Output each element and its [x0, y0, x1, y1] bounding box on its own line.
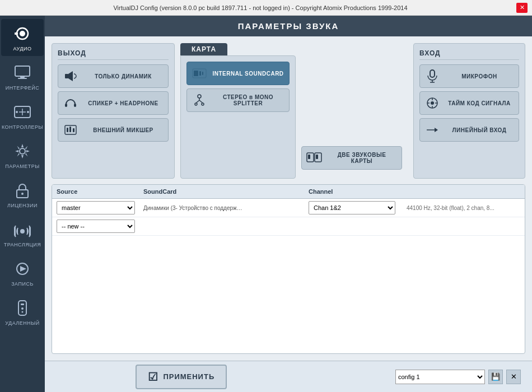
table-row-new: -- new --: [52, 217, 525, 236]
svg-rect-40: [316, 155, 318, 159]
apply-label: ПРИМЕНИТЬ: [163, 372, 214, 381]
gear-icon: [12, 141, 32, 161]
monitor-icon: [12, 63, 32, 83]
audio-table: Source SoundCard Channel master Динамики…: [52, 184, 525, 354]
lock-icon: [12, 180, 32, 200]
mode-microphone[interactable]: МИКРОФОН: [419, 64, 519, 88]
svg-line-33: [196, 100, 199, 103]
svg-point-9: [16, 111, 18, 113]
header-soundcard: SoundCard: [143, 188, 309, 195]
sidebar-item-remote[interactable]: Удаленный: [1, 293, 44, 330]
svg-rect-4: [20, 76, 25, 78]
apply-checkbox-icon: ☑: [148, 370, 158, 384]
channel-select-1[interactable]: Chan 1&2: [309, 201, 395, 214]
table-header: Source SoundCard Channel: [52, 185, 525, 199]
mode-speaker-only[interactable]: ТОЛЬКО ДИНАМИК: [58, 64, 169, 88]
title-bar-text: VirtualDJ Config (version 8.0.0 pc build…: [4, 4, 516, 11]
sidebar-item-license[interactable]: Лицензии: [1, 176, 44, 213]
sections-row: ВЫХОД ТОЛЬКО ДИНАМИК: [52, 43, 525, 179]
svg-point-35: [195, 103, 197, 105]
sidebar-label-audio: Аудио: [13, 46, 32, 52]
title-bar: VirtualDJ Config (version 8.0.0 pc build…: [0, 0, 532, 16]
sidebar-item-broadcast[interactable]: Трансляция: [1, 215, 44, 252]
source-select-1[interactable]: master: [57, 201, 135, 214]
table-row: master Динамики (3- Устройство с поддерж…: [52, 199, 525, 217]
sidebar-label-interface: Интерфейс: [6, 85, 40, 91]
delete-config-button[interactable]: ✕: [506, 370, 521, 384]
header-source: Source: [57, 188, 143, 195]
header-info: [407, 188, 520, 195]
svg-point-10: [27, 111, 29, 113]
svg-point-13: [21, 193, 24, 195]
mode-two-soundcards[interactable]: ДВЕ ЗВУКОВЫЕ КАРТЫ: [301, 146, 402, 170]
svg-line-34: [199, 100, 203, 103]
svg-rect-3: [15, 66, 30, 76]
output-section: ВЫХОД ТОЛЬКО ДИНАМИК: [52, 43, 175, 179]
svg-rect-22: [74, 104, 76, 107]
svg-point-19: [22, 311, 24, 313]
svg-point-1: [20, 31, 25, 36]
splitter-icon: [192, 92, 207, 108]
speaker-icon: [63, 68, 78, 84]
sidebar-item-interface[interactable]: Интерфейс: [1, 58, 44, 95]
svg-rect-41: [430, 70, 435, 77]
sidebar-label-license: Лицензии: [7, 203, 38, 208]
sidebar-item-controllers[interactable]: Контроллеры: [1, 97, 44, 134]
sidebar-label-broadcast: Трансляция: [4, 242, 41, 248]
svg-marker-51: [435, 128, 438, 132]
sidebar-label-controllers: Контроллеры: [2, 124, 43, 130]
sidebar-label-record: Запись: [11, 281, 34, 287]
svg-rect-30: [202, 72, 203, 75]
sidebar-label-settings: Параметры: [5, 164, 39, 169]
sidebar-label-remote: Удаленный: [5, 320, 39, 326]
cell-source-1: master: [57, 201, 143, 214]
broadcast-icon: [12, 220, 32, 240]
mode-line-in[interactable]: ЛИНЕЙНЫЙ ВХОД: [419, 118, 519, 142]
mode-external-mixer[interactable]: ВНЕШНИЙ МИКШЕР: [58, 118, 169, 142]
svg-point-45: [431, 101, 434, 105]
svg-rect-5: [18, 78, 27, 79]
svg-rect-28: [194, 71, 198, 76]
cell-channel-1: Chan 1&2: [309, 201, 407, 214]
sidebar-item-settings[interactable]: Параметры: [1, 137, 44, 174]
svg-point-18: [21, 307, 24, 310]
close-button[interactable]: ✕: [516, 3, 528, 13]
controllers-icon: [12, 102, 32, 122]
svg-point-11: [20, 148, 25, 154]
speaker-only-label: ТОЛЬКО ДИНАМИК: [83, 73, 164, 80]
microphone-label: МИКРОФОН: [445, 73, 514, 80]
input-title: ВХОД: [419, 49, 519, 60]
config-row: config 1 💾 ✕: [395, 370, 521, 384]
speaker-headphone-label: СПИКЕР + HEADPHONE: [83, 100, 164, 106]
svg-rect-21: [65, 104, 67, 107]
two-soundcards-wrapper: ДВЕ ЗВУКОВЫЕ КАРТЫ: [301, 43, 402, 179]
line-in-label: ЛИНЕЙНЫЙ ВХОД: [445, 127, 514, 133]
cell-info-1: 44100 Hz, 32-bit (float), 2 chan, 8...: [407, 205, 520, 211]
mode-speaker-headphone[interactable]: СПИКЕР + HEADPHONE: [58, 91, 169, 115]
headphone-icon: [63, 95, 78, 111]
card-tab[interactable]: КАРТА: [180, 43, 227, 55]
mode-stereo-mono[interactable]: СТЕРЕО в MONO SPLITTER: [186, 88, 290, 112]
page-header: ПАРАМЕТРЫ ЗВУКА: [45, 16, 532, 36]
two-soundcards-icon: [306, 150, 322, 166]
microphone-icon: [424, 68, 440, 84]
timecode-icon: [424, 95, 440, 111]
soundcard-icon: [192, 66, 207, 81]
mixer-icon: [63, 122, 78, 138]
svg-rect-29: [199, 71, 201, 76]
mode-timecode[interactable]: ТАЙМ КОД СИГНАЛА: [419, 91, 519, 115]
audio-icon: [12, 24, 32, 44]
sidebar-item-record[interactable]: Запись: [1, 254, 44, 291]
svg-rect-20: [65, 74, 68, 78]
output-title: ВЫХОД: [58, 49, 169, 60]
apply-button[interactable]: ☑ ПРИМЕНИТЬ: [136, 365, 227, 389]
svg-rect-17: [21, 304, 24, 305]
header-channel: Channel: [309, 188, 407, 195]
source-select-new[interactable]: -- new --: [57, 220, 135, 233]
mode-internal-soundcard[interactable]: INTERNAL SOUNDCARD: [186, 62, 290, 85]
sidebar-item-audio[interactable]: Аудио: [1, 19, 44, 56]
save-config-button[interactable]: 💾: [488, 370, 503, 384]
svg-point-14: [20, 229, 25, 234]
internal-soundcard-label: INTERNAL SOUNDCARD: [212, 71, 284, 77]
config-select[interactable]: config 1: [395, 370, 485, 384]
